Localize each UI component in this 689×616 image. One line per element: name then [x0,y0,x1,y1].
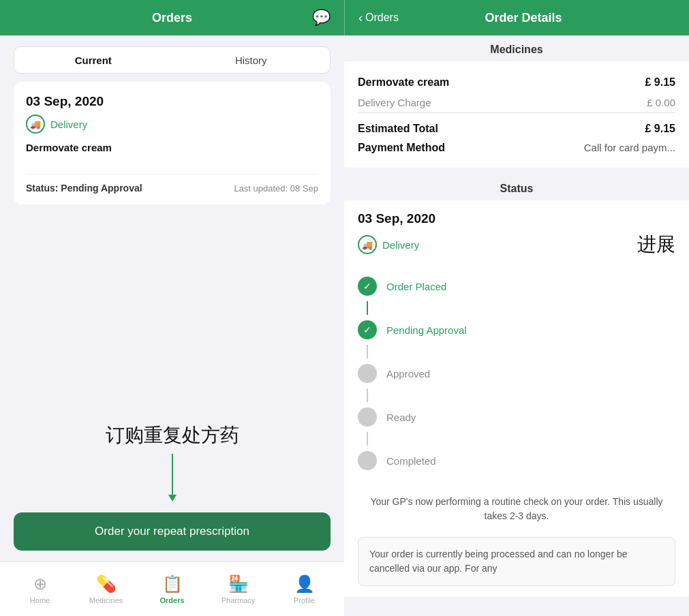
gp-info-text: Your GP's now performing a routine check… [358,487,675,532]
step-label-completed: Completed [386,455,436,467]
status-value: Pending Approval [61,183,142,194]
nav-home[interactable]: ⊕ Home [7,574,73,604]
arrow-head [168,495,177,502]
order-details-title: Order Details [485,11,602,25]
main-content: Current History 03 Sep, 2020 🚚 Delivery … [0,35,689,616]
nav-profile-label: Profile [294,596,315,604]
delivery-charge-label: Delivery Charge [358,97,431,108]
step-circle-pending: ✓ [358,320,377,339]
status-delivery-icon: 🚚 [358,235,377,254]
estimated-total-price: £ 9.15 [645,123,675,135]
payment-row: Payment Method Call for card paym... [358,139,675,157]
tabs-container: Current History [14,46,331,74]
left-panel: Current History 03 Sep, 2020 🚚 Delivery … [0,35,344,616]
step-label-pending: Pending Approval [386,324,467,336]
medicine-price: £ 9.15 [645,76,675,89]
step-approved: Approved [358,358,675,388]
step-order-placed: ✓ Order Placed [358,271,675,301]
delivery-charge-price: £ 0.00 [647,97,675,108]
order-medicine: Dermovate cream [26,142,318,153]
delivery-charge-row: Delivery Charge £ 0.00 [358,93,675,113]
delivery-label: Delivery [50,119,87,130]
payment-method-label: Payment Method [358,142,445,154]
step-pending-approval: ✓ Pending Approval [358,315,675,345]
header-right: ‹ Orders Order Details [345,11,689,25]
nav-orders-label: Orders [159,596,184,604]
nav-home-label: Home [30,596,50,604]
step-label-approved: Approved [386,368,430,380]
arrow-indicator [168,454,177,502]
back-label: Orders [365,12,399,24]
step-connector-3 [367,388,368,402]
step-circle-completed [358,451,377,470]
status-delivery-row: 🚚 Delivery 进展 [358,232,675,258]
order-card[interactable]: 03 Sep, 2020 🚚 Delivery Dermovate cream … [14,82,331,204]
payment-method-value: Call for card paym... [584,142,675,154]
chat-icon[interactable]: 💬 [312,9,331,27]
medicines-icon: 💊 [96,574,117,594]
step-label-order-placed: Order Placed [386,281,446,292]
nav-pharmacy-label: Pharmacy [221,596,256,604]
processing-info-card: Your order is currently being processed … [358,537,675,586]
nav-pharmacy[interactable]: 🏪 Pharmacy [205,574,271,604]
status-order-date: 03 Sep, 2020 [358,211,675,226]
pharmacy-icon: 🏪 [228,574,249,594]
status-delivery-label: Delivery [382,239,419,251]
medicines-section-header: Medicines [344,35,689,61]
status-card: 03 Sep, 2020 🚚 Delivery 进展 ✓ Order Place… [344,200,689,597]
step-connector-4 [367,432,368,446]
step-circle-order-placed: ✓ [358,277,377,296]
step-ready: Ready [358,402,675,432]
order-delivery-row: 🚚 Delivery [26,114,318,134]
medicine-row: Dermovate cream £ 9.15 [358,72,675,93]
step-circle-approved [358,364,377,383]
bottom-nav: ⊕ Home 💊 Medicines 📋 Orders 🏪 Pharmacy 👤… [0,561,344,616]
nav-profile[interactable]: 👤 Profile [271,574,337,604]
right-panel: Medicines Dermovate cream £ 9.15 Deliver… [344,35,689,616]
order-status-text: Status: Pending Approval [26,183,142,194]
total-row: Estimated Total £ 9.15 [358,119,675,139]
step-label-ready: Ready [386,412,416,423]
estimated-total-label: Estimated Total [358,123,438,135]
medicines-card: Dermovate cream £ 9.15 Delivery Charge £… [344,61,689,168]
chinese-annotation: 订购重复处方药 [106,422,239,448]
status-section-header: Status [344,176,689,200]
order-date: 03 Sep, 2020 [26,94,318,109]
header-left: Orders 💬 [0,11,344,25]
chevron-left-icon: ‹ [358,11,363,25]
step-connector-1 [367,301,368,315]
profile-icon: 👤 [294,574,315,594]
progress-steps: ✓ Order Placed ✓ Pending Approval Approv… [358,271,675,476]
nav-medicines[interactable]: 💊 Medicines [73,574,139,604]
status-prefix: Status: [26,183,58,194]
medicine-name: Dermovate cream [358,76,449,89]
nav-medicines-label: Medicines [89,596,123,604]
orders-icon: 📋 [162,574,183,594]
progress-label: 进展 [637,232,675,258]
order-status-row: Status: Pending Approval Last updated: 0… [26,174,318,194]
prescription-button[interactable]: Order your repeat prescription [14,512,331,551]
step-completed: Completed [358,446,675,476]
order-last-updated: Last updated: 08 Sep [234,183,318,194]
step-circle-ready [358,407,377,427]
top-header: Orders 💬 ‹ Orders Order Details [0,0,689,35]
back-button[interactable]: ‹ Orders [358,11,399,25]
tab-history[interactable]: History [172,47,331,73]
nav-orders[interactable]: 📋 Orders [139,574,205,604]
tab-current[interactable]: Current [14,47,172,73]
arrow-stem [172,454,173,495]
step-connector-2 [367,345,368,358]
delivery-truck-icon: 🚚 [26,114,45,134]
orders-title: Orders [152,11,192,25]
home-icon: ⊕ [33,574,47,594]
annotation-area: 订购重复处方药 [0,215,344,512]
status-section: Status 03 Sep, 2020 🚚 Delivery 进展 ✓ Orde… [344,176,689,597]
processing-info-text: Your order is currently being processed … [369,547,664,576]
